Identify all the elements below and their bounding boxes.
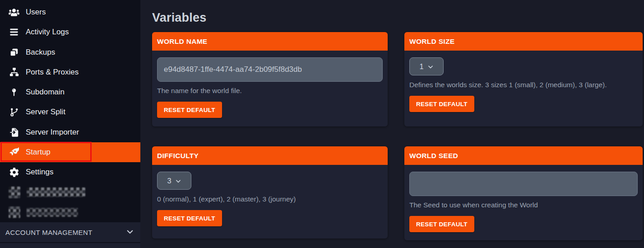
sidebar-item-startup[interactable]: Startup: [0, 142, 140, 162]
sidebar-item-backups[interactable]: Backups: [0, 42, 140, 62]
file-import-icon: [9, 127, 19, 138]
sidebar-item-activity-logs[interactable]: Activity Logs: [0, 22, 140, 42]
sidebar-bottom-sections: ACCOUNT MANAGEMENT: [0, 222, 140, 248]
redacted-icon: [9, 206, 20, 218]
chevron-down-icon: [175, 178, 181, 184]
git-branch-icon: [9, 107, 19, 117]
sidebar-item-label: Server Split: [26, 108, 65, 117]
redacted-icon: [9, 187, 20, 198]
sidebar-item-subdomain[interactable]: Subdomain: [0, 82, 140, 102]
sidebar: Users Activity Logs Backups Ports & Prox…: [0, 0, 140, 248]
difficulty-select[interactable]: 3: [157, 172, 191, 190]
card-title: DIFFICULTY: [157, 152, 199, 160]
sidebar-item-label: Settings: [26, 168, 53, 177]
page-title: Variables: [152, 11, 643, 25]
sidebar-item-label: Activity Logs: [26, 28, 69, 37]
network-icon: [9, 67, 19, 78]
variable-description: 0 (normal), 1 (expert), 2 (master), 3 (j…: [157, 194, 383, 204]
select-value: 3: [167, 177, 171, 185]
section-header-label: ACCOUNT MANAGEMENT: [5, 229, 93, 236]
sidebar-item-label: Backups: [26, 48, 55, 57]
account-management-section-header[interactable]: ACCOUNT MANAGEMENT: [0, 222, 140, 242]
pin-icon: [9, 87, 19, 98]
card-header: WORLD NAME: [152, 32, 388, 51]
reset-default-button[interactable]: RESET DEFAULT: [157, 102, 222, 118]
select-value: 1: [419, 62, 423, 71]
users-icon: [9, 7, 19, 18]
variable-card-world-name: WORLD NAME The name for the world file. …: [152, 32, 388, 126]
card-title: WORLD SEED: [409, 152, 458, 160]
sidebar-item-ports-proxies[interactable]: Ports & Proxies: [0, 62, 140, 82]
variable-description: Defines the worlds size. 3 sizes 1 (smal…: [409, 80, 637, 90]
card-header: WORLD SEED: [404, 146, 643, 165]
variable-card-world-size: WORLD SIZE 1 Defines the worlds size. 3 …: [404, 32, 643, 126]
reset-default-button[interactable]: RESET DEFAULT: [157, 210, 222, 226]
chevron-down-icon: [427, 64, 434, 70]
card-title: WORLD SIZE: [409, 37, 454, 46]
chevron-down-icon: [126, 228, 134, 237]
sidebar-item-label: Users: [26, 8, 46, 17]
sidebar-item-server-importer[interactable]: Server Importer: [0, 122, 140, 142]
sidebar-item-redacted-2[interactable]: [0, 202, 140, 222]
card-header: DIFFICULTY: [152, 146, 388, 165]
variable-card-difficulty: DIFFICULTY 3 0 (normal), 1 (expert), 2 (…: [152, 146, 388, 239]
sidebar-item-label: Subdomain: [26, 88, 65, 97]
redacted-label: [27, 187, 85, 197]
card-title: WORLD NAME: [157, 37, 208, 46]
startup-variables-page: Variables WORLD NAME The name for the wo…: [140, 0, 644, 248]
activity-logs-icon: [9, 27, 19, 37]
variable-description: The Seed to use when creating the World: [409, 200, 637, 210]
card-header: WORLD SIZE: [404, 32, 643, 51]
reset-default-button[interactable]: RESET DEFAULT: [409, 96, 474, 112]
sidebar-item-server-split[interactable]: Server Split: [0, 102, 140, 122]
world-size-select[interactable]: 1: [409, 57, 444, 75]
sidebar-item-label: Server Importer: [26, 128, 79, 137]
variable-card-world-seed: WORLD SEED The Seed to use when creating…: [404, 146, 643, 240]
world-name-input[interactable]: [157, 57, 383, 82]
world-seed-input[interactable]: [409, 172, 638, 196]
variables-grid: WORLD NAME The name for the world file. …: [152, 32, 643, 240]
gear-icon: [9, 167, 19, 178]
reset-default-button[interactable]: RESET DEFAULT: [409, 216, 474, 232]
next-section-partial: [0, 243, 140, 248]
sidebar-item-label: Startup: [26, 148, 51, 157]
rocket-icon: [9, 147, 19, 158]
sidebar-item-redacted-1[interactable]: [0, 182, 140, 202]
variable-description: The name for the world file.: [157, 86, 383, 96]
redacted-label: [27, 208, 78, 217]
sidebar-item-settings[interactable]: Settings: [0, 162, 140, 182]
sidebar-item-users[interactable]: Users: [0, 2, 140, 22]
backups-icon: [9, 47, 19, 58]
sidebar-item-label: Ports & Proxies: [26, 68, 79, 77]
